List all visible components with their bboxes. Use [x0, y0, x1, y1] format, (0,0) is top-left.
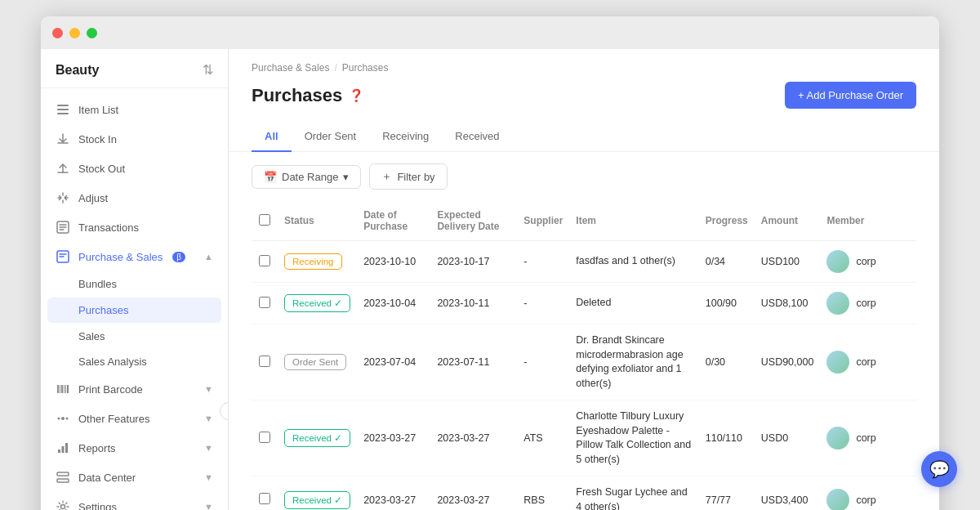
row-supplier: RBS: [517, 476, 569, 511]
svg-rect-10: [67, 385, 69, 393]
chat-icon: 💬: [929, 459, 950, 479]
chat-button[interactable]: 💬: [921, 451, 957, 487]
table-wrap: Status Date of Purchase Expected Deliver…: [229, 201, 939, 510]
breadcrumb-sep: /: [334, 62, 336, 74]
table-row[interactable]: Received ✓2023-03-272023-03-27ATSCharlot…: [252, 400, 916, 476]
avatar: [826, 427, 849, 450]
chevron-down-icon: ▼: [204, 384, 213, 394]
row-date-purchase: 2023-03-27: [357, 476, 430, 511]
svg-rect-16: [65, 443, 68, 453]
stock-out-icon: [56, 161, 70, 176]
svg-rect-9: [65, 385, 66, 393]
row-checkbox-cell[interactable]: [252, 283, 278, 324]
adjust-icon: [56, 190, 70, 205]
svg-rect-18: [57, 479, 69, 482]
sidebar-sort-icon[interactable]: ⇅: [203, 62, 213, 78]
table-row[interactable]: Received ✓2023-10-042023-10-11-Deleted10…: [252, 283, 916, 324]
avatar: [826, 351, 849, 374]
sidebar-item-stock-in[interactable]: Stock In: [41, 124, 228, 154]
sidebar-item-other-features[interactable]: Other Features ▼: [41, 404, 228, 433]
status-badge: Order Sent: [284, 354, 346, 370]
row-item: fasdfas and 1 other(s): [569, 241, 698, 283]
table-row[interactable]: Received ✓2023-03-272023-03-27RBSFresh S…: [252, 476, 916, 511]
sidebar-item-label: Purchase & Sales: [78, 251, 163, 263]
row-status: Received ✓: [278, 283, 357, 324]
purchase-sales-badge: β: [172, 252, 185, 262]
table-row[interactable]: Receiving2023-10-102023-10-17-fasdfas an…: [252, 241, 916, 283]
svg-point-13: [66, 418, 69, 420]
list-icon: [56, 102, 70, 117]
svg-point-11: [61, 417, 65, 420]
sidebar-subitem-bundles[interactable]: Bundles: [41, 271, 228, 297]
sidebar-subitem-sales-analysis[interactable]: Sales Analysis: [41, 349, 228, 374]
row-checkbox[interactable]: [259, 432, 270, 443]
sidebar-item-print-barcode[interactable]: Print Barcode ▼: [41, 374, 228, 404]
row-checkbox[interactable]: [259, 255, 270, 266]
close-button[interactable]: [52, 28, 63, 38]
avatar: [826, 250, 849, 273]
sidebar-item-adjust[interactable]: Adjust: [41, 183, 228, 212]
add-purchase-order-button[interactable]: + Add Purchase Order: [785, 82, 916, 109]
row-date-purchase: 2023-03-27: [357, 400, 430, 476]
row-amount: USD8,100: [755, 283, 821, 324]
row-checkbox[interactable]: [259, 297, 270, 308]
sidebar-item-transactions[interactable]: Transactions: [41, 212, 228, 242]
col-amount: Amount: [755, 201, 821, 241]
sidebar-item-purchase-sales[interactable]: Purchase & Sales β ▲: [41, 242, 228, 271]
row-expected-delivery: 2023-03-27: [430, 400, 517, 476]
row-checkbox-cell[interactable]: [252, 241, 278, 283]
sidebar-subitem-sales[interactable]: Sales: [41, 324, 228, 349]
row-checkbox[interactable]: [259, 493, 270, 504]
calendar-icon: 📅: [264, 171, 277, 183]
tab-receiving[interactable]: Receiving: [369, 122, 442, 152]
row-item: Charlotte Tilbury Luxury Eyeshadow Palet…: [569, 400, 698, 476]
filter-by-button[interactable]: ＋ Filter by: [369, 163, 447, 190]
row-checkbox-cell[interactable]: [252, 476, 278, 511]
tab-received[interactable]: Received: [442, 122, 512, 152]
svg-point-12: [58, 418, 60, 420]
row-status: Order Sent: [278, 324, 357, 400]
sidebar-item-reports[interactable]: Reports ▼: [41, 433, 228, 463]
row-amount: USD90,000: [755, 324, 821, 400]
table-row[interactable]: Order Sent2023-07-042023-07-11-Dr. Brand…: [252, 324, 916, 400]
sidebar-subitem-label: Purchases: [78, 304, 128, 316]
page-header: Purchases ❓ + Add Purchase Order: [229, 77, 939, 122]
tab-order-sent[interactable]: Order Sent: [292, 122, 370, 152]
sidebar-item-label: Data Center: [78, 472, 136, 484]
row-date-purchase: 2023-07-04: [357, 324, 430, 400]
maximize-button[interactable]: [87, 28, 97, 38]
row-supplier: -: [517, 283, 569, 324]
col-item: Item: [569, 201, 698, 241]
row-supplier: ATS: [517, 400, 569, 476]
row-checkbox-cell[interactable]: [252, 324, 278, 400]
svg-rect-7: [61, 385, 63, 393]
sidebar-item-settings[interactable]: Settings ▼: [41, 492, 228, 510]
select-all-header[interactable]: [252, 201, 278, 241]
avatar: [826, 489, 849, 511]
sidebar-subitem-purchases[interactable]: Purchases: [47, 298, 221, 323]
chevron-down-icon: ▼: [204, 502, 213, 510]
row-progress: 77/77: [699, 476, 755, 511]
tab-all[interactable]: All: [252, 122, 292, 152]
svg-rect-5: [57, 385, 59, 393]
data-center-icon: [56, 470, 70, 485]
help-icon[interactable]: ❓: [349, 88, 364, 103]
table-header: Status Date of Purchase Expected Deliver…: [252, 201, 916, 241]
row-amount: USD3,400: [755, 476, 821, 511]
sidebar-item-label: Adjust: [78, 192, 108, 204]
row-checkbox[interactable]: [259, 356, 270, 367]
row-checkbox-cell[interactable]: [252, 400, 278, 476]
breadcrumb: Purchase & Sales / Purchases: [229, 49, 939, 77]
sidebar-item-item-list[interactable]: Item List: [41, 95, 228, 124]
breadcrumb-parent[interactable]: Purchase & Sales: [252, 62, 329, 74]
app-window: ‹ Beauty ⇅ Item List: [41, 16, 939, 510]
sidebar-item-data-center[interactable]: Data Center ▼: [41, 463, 228, 492]
sidebar-item-label: Stock Out: [78, 163, 125, 175]
row-date-purchase: 2023-10-10: [357, 241, 430, 283]
sidebar-subitem-label: Sales: [78, 330, 105, 342]
row-item: Fresh Sugar Lychee and 4 other(s): [569, 476, 698, 511]
minimize-button[interactable]: [69, 28, 80, 38]
sidebar-item-stock-out[interactable]: Stock Out: [41, 154, 228, 183]
select-all-checkbox[interactable]: [259, 214, 270, 226]
date-range-button[interactable]: 📅 Date Range ▾: [252, 165, 361, 189]
